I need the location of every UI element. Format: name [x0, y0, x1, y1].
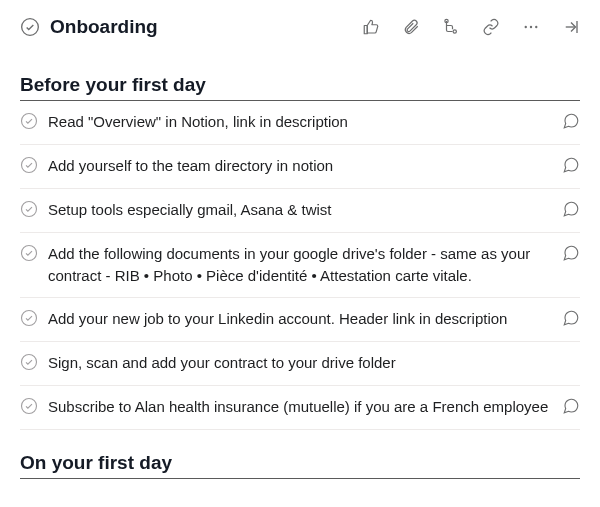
subtasks-icon[interactable]: [442, 18, 460, 36]
task-text: Subscribe to Alan health insurance (mutu…: [48, 396, 552, 418]
svg-point-3: [525, 26, 527, 28]
task-row[interactable]: Add your new job to your Linkedin accoun…: [20, 298, 580, 342]
section-heading-firstday: On your first day: [20, 440, 580, 479]
comment-icon[interactable]: [562, 397, 580, 419]
content-area: Before your first day Read "Overview" in…: [0, 62, 600, 479]
header-check-icon[interactable]: [20, 17, 40, 37]
comment-icon[interactable]: [562, 112, 580, 134]
svg-point-8: [22, 202, 37, 217]
task-row[interactable]: Read "Overview" in Notion, link in descr…: [20, 101, 580, 145]
task-text: Sign, scan and add your contract to your…: [48, 352, 580, 374]
check-circle-icon[interactable]: [20, 244, 38, 266]
svg-point-4: [530, 26, 532, 28]
check-circle-icon[interactable]: [20, 353, 38, 375]
svg-point-0: [22, 19, 39, 36]
svg-point-12: [22, 398, 37, 413]
task-row[interactable]: Subscribe to Alan health insurance (mutu…: [20, 386, 580, 430]
svg-point-5: [535, 26, 537, 28]
comment-icon[interactable]: [562, 244, 580, 266]
task-row[interactable]: Add yourself to the team directory in no…: [20, 145, 580, 189]
task-row[interactable]: Setup tools especially gmail, Asana & tw…: [20, 189, 580, 233]
more-icon[interactable]: [522, 18, 540, 36]
page-title: Onboarding: [50, 16, 352, 38]
task-list-before: Read "Overview" in Notion, link in descr…: [20, 101, 580, 430]
task-text: Read "Overview" in Notion, link in descr…: [48, 111, 552, 133]
task-text: Add yourself to the team directory in no…: [48, 155, 552, 177]
comment-icon[interactable]: [562, 200, 580, 222]
check-circle-icon[interactable]: [20, 200, 38, 222]
svg-point-10: [22, 310, 37, 325]
task-text: Setup tools especially gmail, Asana & tw…: [48, 199, 552, 221]
like-icon[interactable]: [362, 18, 380, 36]
svg-point-9: [22, 246, 37, 261]
check-circle-icon[interactable]: [20, 112, 38, 134]
check-circle-icon[interactable]: [20, 156, 38, 178]
task-text: Add the following documents in your goog…: [48, 243, 552, 287]
svg-point-2: [453, 30, 456, 33]
link-icon[interactable]: [482, 18, 500, 36]
svg-point-6: [22, 114, 37, 129]
svg-point-7: [22, 158, 37, 173]
header-actions: [362, 18, 580, 36]
comment-icon[interactable]: [562, 156, 580, 178]
section-heading-before: Before your first day: [20, 62, 580, 101]
attachment-icon[interactable]: [402, 18, 420, 36]
check-circle-icon[interactable]: [20, 309, 38, 331]
task-row[interactable]: Sign, scan and add your contract to your…: [20, 342, 580, 386]
comment-icon[interactable]: [562, 309, 580, 331]
check-circle-icon[interactable]: [20, 397, 38, 419]
task-text: Add your new job to your Linkedin accoun…: [48, 308, 552, 330]
collapse-icon[interactable]: [562, 18, 580, 36]
task-row[interactable]: Add the following documents in your goog…: [20, 233, 580, 298]
page-header: Onboarding: [0, 0, 600, 52]
svg-point-11: [22, 354, 37, 369]
